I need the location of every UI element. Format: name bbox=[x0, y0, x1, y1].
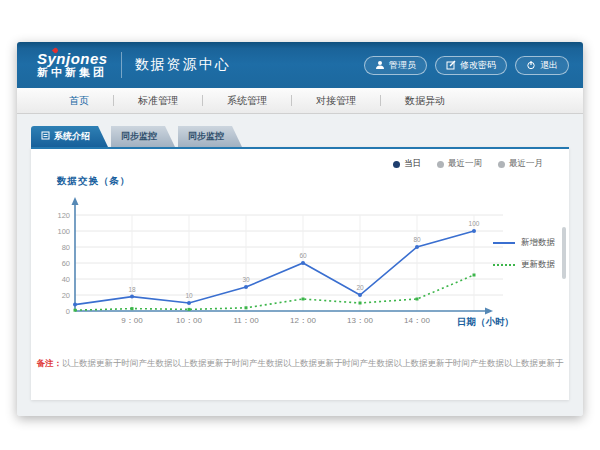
panel-scrollbar[interactable] bbox=[562, 227, 566, 279]
svg-text:18: 18 bbox=[128, 286, 136, 293]
person-icon bbox=[375, 60, 385, 70]
nav-item-system-management[interactable]: 系统管理 bbox=[203, 94, 291, 108]
tab-sync-monitor-2[interactable]: 同步监控 bbox=[178, 126, 242, 147]
company-logo: Synjones 新中新集团 bbox=[31, 51, 108, 78]
radio-last-month[interactable]: 最近一月 bbox=[498, 158, 543, 170]
footnote: 备注：以上数据更新于时间产生数据以上数据更新于时间产生数据以上数据更新于时间产生… bbox=[31, 358, 569, 370]
chart-legend: 新增数据 更新数据 bbox=[493, 237, 555, 281]
main-nav: 首页 标准管理 系统管理 对接管理 数据异动 bbox=[17, 88, 583, 114]
svg-text:60: 60 bbox=[299, 252, 307, 259]
svg-text:120: 120 bbox=[57, 211, 70, 220]
logo-text-cn: 新中新集团 bbox=[37, 67, 108, 79]
solid-line-icon bbox=[493, 242, 515, 244]
tab-bar: 系统介绍 同步监控 同步监控 bbox=[31, 126, 583, 147]
svg-text:9：00: 9：00 bbox=[121, 316, 143, 325]
page-title: 数据资源中心 bbox=[135, 56, 231, 74]
radio-today[interactable]: 当日 bbox=[393, 158, 421, 170]
legend-item-new-data[interactable]: 新增数据 bbox=[493, 237, 555, 249]
time-range-radios: 当日 最近一周 最近一月 bbox=[393, 158, 543, 170]
svg-text:10: 10 bbox=[185, 292, 193, 299]
svg-text:10：00: 10：00 bbox=[176, 316, 202, 325]
svg-text:100: 100 bbox=[57, 227, 70, 236]
nav-item-home[interactable]: 首页 bbox=[45, 94, 113, 108]
app-window: Synjones 新中新集团 数据资源中心 管理员 修改密码 退出 首页 bbox=[17, 42, 583, 416]
tab-sync-monitor-1[interactable]: 同步监控 bbox=[111, 126, 175, 147]
svg-text:12：00: 12：00 bbox=[290, 316, 316, 325]
svg-text:40: 40 bbox=[62, 275, 70, 284]
document-icon bbox=[41, 131, 50, 142]
svg-text:30: 30 bbox=[242, 276, 250, 283]
svg-text:20: 20 bbox=[62, 291, 70, 300]
content-area: 系统介绍 同步监控 同步监控 当日 最近一周 bbox=[17, 114, 583, 416]
app-header: Synjones 新中新集团 数据资源中心 管理员 修改密码 退出 bbox=[17, 42, 583, 88]
svg-text:13：00: 13：00 bbox=[347, 316, 373, 325]
svg-text:0: 0 bbox=[66, 307, 70, 316]
footnote-text: 以上数据更新于时间产生数据以上数据更新于时间产生数据以上数据更新于时间产生数据以… bbox=[62, 358, 564, 368]
footnote-label: 备注： bbox=[37, 358, 63, 368]
logo-text-en: Synjones bbox=[37, 51, 108, 67]
radio-last-week[interactable]: 最近一周 bbox=[437, 158, 482, 170]
svg-text:80: 80 bbox=[413, 236, 421, 243]
user-button[interactable]: 管理员 bbox=[364, 56, 427, 75]
svg-text:11：00: 11：00 bbox=[233, 316, 259, 325]
nav-item-docking-management[interactable]: 对接管理 bbox=[292, 94, 380, 108]
power-icon bbox=[526, 60, 536, 70]
svg-text:80: 80 bbox=[62, 243, 70, 252]
tab-system-intro[interactable]: 系统介绍 bbox=[31, 126, 108, 147]
svg-text:20: 20 bbox=[356, 284, 364, 291]
radio-dot-icon bbox=[393, 161, 400, 168]
line-chart: 0204060801001209：0010：0011：0012：0013：001… bbox=[45, 189, 570, 341]
dotted-line-icon bbox=[493, 264, 515, 266]
radio-dot-icon bbox=[437, 161, 444, 168]
legend-item-update-data[interactable]: 更新数据 bbox=[493, 259, 555, 271]
chart-panel: 当日 最近一周 最近一月 数据交换（条） 0204060801001209：00… bbox=[31, 147, 569, 400]
logout-button[interactable]: 退出 bbox=[515, 56, 569, 75]
radio-dot-icon bbox=[498, 161, 505, 168]
svg-text:日期（小时）: 日期（小时） bbox=[457, 316, 514, 328]
header-divider bbox=[121, 52, 122, 78]
svg-text:100: 100 bbox=[469, 220, 480, 227]
nav-item-standard-management[interactable]: 标准管理 bbox=[114, 94, 202, 108]
change-password-button[interactable]: 修改密码 bbox=[435, 56, 507, 75]
nav-item-data-change[interactable]: 数据异动 bbox=[381, 94, 469, 108]
svg-text:14：00: 14：00 bbox=[404, 316, 430, 325]
svg-text:60: 60 bbox=[62, 259, 70, 268]
y-axis-title: 数据交换（条） bbox=[57, 175, 131, 188]
edit-icon bbox=[446, 60, 456, 70]
